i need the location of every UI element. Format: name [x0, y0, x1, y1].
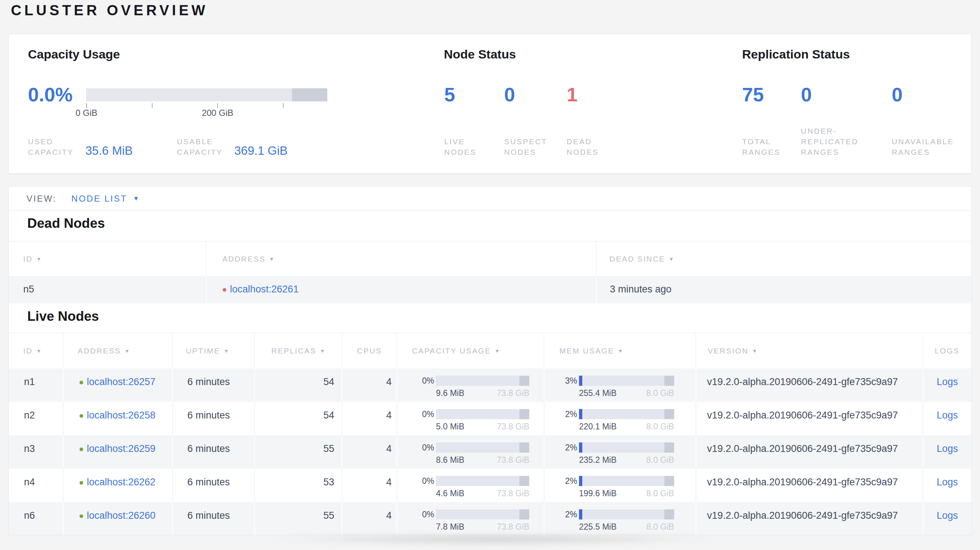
dead-column-header-address[interactable]: ADDRESS ▼: [206, 242, 596, 276]
dead-column-header-dead-since[interactable]: DEAD SINCE ▼: [596, 242, 971, 276]
unavailable-ranges-count: 0: [892, 84, 903, 105]
capacity-usage-title: Capacity Usage: [28, 47, 120, 61]
mem-percent: 2%: [544, 510, 579, 520]
sort-descending-icon: ▼: [36, 256, 41, 262]
live-nodes-table: ID ▼ ADDRESS ▼ UPTIME ▼ REPLICAS ▼ CPUS …: [9, 333, 971, 535]
axis-tick: [152, 103, 153, 108]
dead-node-address-cell: localhost:26261: [206, 276, 596, 303]
node-cpus: 4: [342, 402, 397, 435]
dead-column-header-id[interactable]: ID ▼: [9, 242, 206, 276]
mem-percent: 2%: [544, 443, 579, 453]
node-version: v19.2.0-alpha.20190606-2491-gfe735c9a97: [695, 368, 923, 402]
node-version: v19.2.0-alpha.20190606-2491-gfe735c9a97: [695, 469, 923, 502]
capacity-used-value: 4.6 MiB: [436, 489, 464, 498]
replication-status-title: Replication Status: [742, 47, 850, 61]
mem-percent: 2%: [544, 476, 579, 486]
dead-node-address-link[interactable]: localhost:26261: [230, 284, 299, 295]
node-address-link[interactable]: localhost:26259: [87, 443, 156, 454]
mem-used-value: 235.2 MiB: [579, 455, 617, 465]
under-replicated-ranges-count: 0: [801, 84, 812, 105]
logs-link[interactable]: Logs: [937, 477, 958, 488]
node-address-link[interactable]: localhost:26260: [87, 510, 156, 521]
column-header-replicas[interactable]: REPLICAS ▼: [254, 333, 342, 368]
live-status-dot-icon: [80, 514, 83, 518]
mem-bar-fill: [579, 409, 582, 419]
capacity-bar-reserved-segment: [519, 442, 529, 453]
column-header-id[interactable]: ID ▼: [9, 333, 63, 368]
sort-descending-icon: ▼: [36, 348, 41, 354]
node-logs-cell: Logs: [923, 502, 971, 535]
node-version: v19.2.0-alpha.20190606-2491-gfe735c9a97: [695, 502, 923, 535]
node-mem-usage: 2% 220.1 MiB 8.0 GiB: [544, 402, 695, 435]
axis-label-zero: 0 GiB: [76, 108, 97, 118]
sort-descending-icon: ▼: [669, 256, 674, 262]
capacity-max-value: 73.8 GiB: [497, 422, 530, 432]
node-list-panel: VIEW: NODE LIST ▼ Dead Nodes ID ▼ ADDRES…: [8, 186, 972, 535]
capacity-percent: 0%: [398, 376, 436, 386]
capacity-percent: 0%: [398, 510, 436, 520]
live-nodes-label: LIVE NODES: [444, 136, 482, 157]
logs-link[interactable]: Logs: [937, 410, 958, 421]
node-address-cell: localhost:26258: [63, 402, 172, 435]
node-address-link[interactable]: localhost:26262: [87, 477, 156, 488]
capacity-bar: [436, 509, 529, 520]
mem-bar: [579, 509, 674, 520]
node-status-title: Node Status: [444, 47, 516, 61]
column-header-cpus: CPUS: [342, 333, 397, 368]
column-label: ADDRESS: [78, 347, 121, 355]
node-address-link[interactable]: localhost:26257: [87, 376, 156, 387]
mem-bar-fill: [579, 376, 582, 386]
column-label: CPUS: [357, 347, 382, 355]
view-mode-dropdown[interactable]: NODE LIST: [72, 194, 127, 204]
capacity-max-value: 73.8 GiB: [497, 388, 530, 398]
sort-descending-icon: ▼: [124, 348, 130, 354]
node-cpus: 4: [342, 435, 397, 469]
logs-link[interactable]: Logs: [937, 443, 958, 454]
node-uptime: 6 minutes: [172, 435, 254, 469]
column-header-mem-usage[interactable]: MEM USAGE ▼: [544, 333, 695, 368]
node-mem-usage: 3% 255.4 MiB 8.0 GiB: [544, 368, 695, 402]
node-logs-cell: Logs: [923, 368, 971, 402]
live-node-row: n1 localhost:26257 6 minutes 54 4 0% 9.6…: [9, 368, 971, 402]
view-label: VIEW:: [27, 194, 57, 204]
column-header-uptime[interactable]: UPTIME ▼: [172, 333, 254, 368]
node-capacity-usage: 0% 4.6 MiB 73.8 GiB: [397, 469, 544, 502]
column-label: DEAD SINCE: [609, 255, 665, 263]
node-address-cell: localhost:26259: [63, 435, 172, 469]
node-version: v19.2.0-alpha.20190606-2491-gfe735c9a97: [695, 402, 923, 435]
dead-nodes-header-row: ID ▼ ADDRESS ▼ DEAD SINCE ▼: [9, 241, 971, 276]
column-header-address[interactable]: ADDRESS ▼: [63, 333, 172, 368]
capacity-used-percent: 0.0%: [28, 84, 73, 105]
axis-tick: [217, 103, 218, 108]
used-capacity-value: 35.6 MiB: [85, 144, 132, 157]
dead-status-dot-icon: [223, 288, 226, 292]
column-label: REPLICAS: [271, 347, 317, 355]
unavailable-ranges-label: UNAVAILABLE RANGES: [892, 136, 972, 157]
chevron-down-icon[interactable]: ▼: [133, 196, 139, 202]
column-header-version[interactable]: VERSION ▼: [695, 333, 923, 368]
mem-max-value: 8.0 GiB: [646, 522, 674, 532]
column-label: ID: [23, 255, 33, 263]
column-header-capacity-usage[interactable]: CAPACITY USAGE ▼: [397, 333, 544, 368]
capacity-percent: 0%: [398, 443, 436, 453]
column-label: LOGS: [935, 347, 959, 355]
node-replicas: 54: [254, 368, 342, 402]
capacity-bar-reserved-segment: [519, 509, 529, 520]
logs-link[interactable]: Logs: [937, 510, 958, 521]
node-id: n6: [9, 502, 63, 535]
node-uptime: 6 minutes: [172, 502, 254, 535]
node-address-cell: localhost:26257: [63, 368, 172, 402]
node-logs-cell: Logs: [923, 469, 971, 502]
total-ranges-label: TOTAL RANGES: [742, 136, 791, 157]
mem-bar-reserved-segment: [664, 442, 674, 453]
node-uptime: 6 minutes: [172, 469, 254, 502]
live-nodes-count: 5: [444, 84, 455, 105]
node-mem-usage: 2% 225.5 MiB 8.0 GiB: [544, 502, 695, 535]
node-address-link[interactable]: localhost:26258: [87, 410, 156, 421]
node-address-cell: localhost:26260: [63, 502, 172, 535]
capacity-bar-reserved-segment: [519, 376, 529, 386]
logs-link[interactable]: Logs: [937, 376, 958, 387]
node-replicas: 53: [254, 469, 342, 502]
capacity-used-value: 7.8 MiB: [436, 522, 464, 532]
mem-used-value: 199.6 MiB: [579, 489, 617, 498]
